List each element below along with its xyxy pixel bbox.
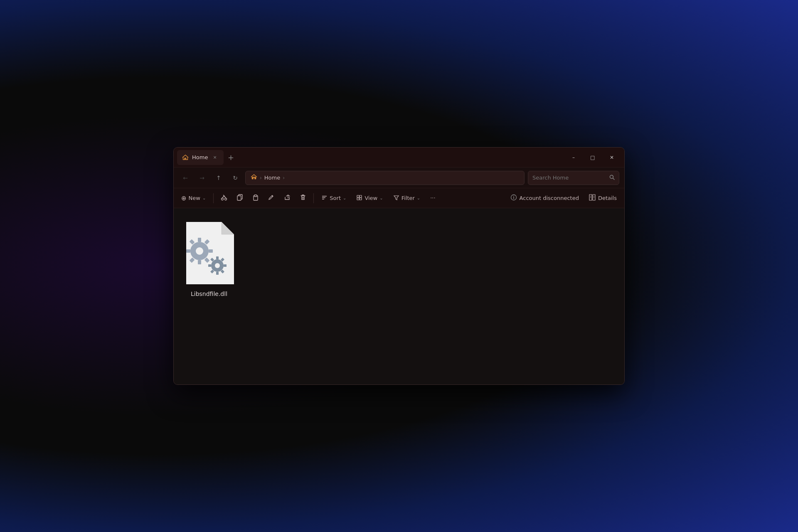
tab-title: Home [192,154,208,160]
svg-rect-9 [237,196,241,200]
file-explorer-window: Home × + – □ ✕ ← → ↑ ↻ › Home › [173,147,625,385]
refresh-button[interactable]: ↻ [229,171,242,185]
svg-point-25 [513,196,514,197]
search-icon [609,175,615,181]
new-button[interactable]: ⊕ New ⌄ [177,191,210,205]
paste-button[interactable] [249,191,263,205]
svg-rect-21 [357,198,359,200]
separator-1 [213,193,214,203]
filter-button[interactable]: Filter ⌄ [389,191,425,205]
delete-button[interactable] [296,191,310,205]
view-button[interactable]: View ⌄ [352,191,387,205]
view-label: View [365,195,377,201]
file-name: Libsndfile.dll [191,291,227,297]
svg-rect-19 [357,195,359,197]
dll-file-icon [182,220,236,286]
filter-chevron-icon: ⌄ [417,196,420,200]
back-button[interactable]: ← [179,171,192,185]
svg-rect-32 [198,238,201,242]
copy-icon [236,194,243,202]
paste-icon [252,194,259,202]
tab-home-icon [182,154,189,161]
svg-rect-35 [186,249,190,253]
cut-icon [221,194,227,202]
sort-button[interactable]: Sort ⌄ [317,191,350,205]
filter-icon [393,195,399,202]
svg-rect-42 [216,256,219,259]
info-icon [510,194,517,202]
svg-rect-43 [216,272,219,275]
file-item[interactable]: Libsndfile.dll [182,217,236,300]
separator-2 [313,193,314,203]
content-area: Libsndfile.dll [174,208,624,384]
home-tab[interactable]: Home × [177,150,224,165]
rename-button[interactable] [264,191,278,205]
svg-rect-44 [224,264,227,267]
close-button[interactable]: ✕ [603,151,621,164]
share-icon [284,194,291,202]
svg-rect-20 [360,195,362,197]
tab-area: Home × + [177,148,564,167]
svg-rect-33 [198,260,201,264]
up-button[interactable]: ↑ [212,171,225,185]
svg-rect-11 [254,195,257,197]
svg-line-2 [613,178,615,180]
maximize-button[interactable]: □ [584,151,602,164]
copy-button[interactable] [233,191,247,205]
svg-rect-34 [209,249,213,253]
title-bar: Home × + – □ ✕ [174,148,624,167]
search-input[interactable] [532,175,606,181]
new-label: New [189,195,200,201]
svg-point-51 [215,263,220,268]
account-disconnected-label: Account disconnected [520,195,579,201]
svg-point-3 [222,198,224,200]
new-plus-icon: ⊕ [181,195,187,202]
details-icon [589,194,596,202]
minimize-button[interactable]: – [564,151,583,164]
new-tab-button[interactable]: + [225,152,237,163]
svg-line-5 [222,196,224,198]
toolbar: ⊕ New ⌄ [174,188,624,208]
svg-rect-22 [360,198,362,200]
svg-rect-45 [208,264,211,267]
delete-icon [300,194,306,202]
account-disconnected-button[interactable]: Account disconnected [506,191,583,205]
path-current: Home [264,175,280,181]
window-controls: – □ ✕ [564,151,621,164]
address-path[interactable]: › Home › [245,171,525,185]
cut-button[interactable] [217,191,231,205]
more-button[interactable]: ··· [426,191,439,205]
more-label: ··· [430,195,435,201]
forward-button[interactable]: → [195,171,209,185]
details-label: Details [598,195,617,201]
svg-point-41 [196,247,203,255]
address-bar: ← → ↑ ↻ › Home › [174,167,624,188]
sort-label: Sort [330,195,341,201]
filter-label: Filter [401,195,415,201]
path-separator-2: › [283,175,285,181]
view-icon [356,195,362,202]
details-button[interactable]: Details [585,191,621,205]
sort-chevron-icon: ⌄ [343,196,346,200]
svg-point-4 [225,198,227,200]
search-box[interactable] [528,171,619,185]
new-chevron-icon: ⌄ [202,196,206,200]
path-separator-1: › [260,175,262,181]
tab-close-button[interactable]: × [211,154,218,161]
view-chevron-icon: ⌄ [379,196,383,200]
rename-icon [268,194,275,202]
path-home-icon [251,174,257,182]
sort-icon [321,195,328,202]
svg-rect-0 [185,158,186,160]
share-button[interactable] [280,191,294,205]
